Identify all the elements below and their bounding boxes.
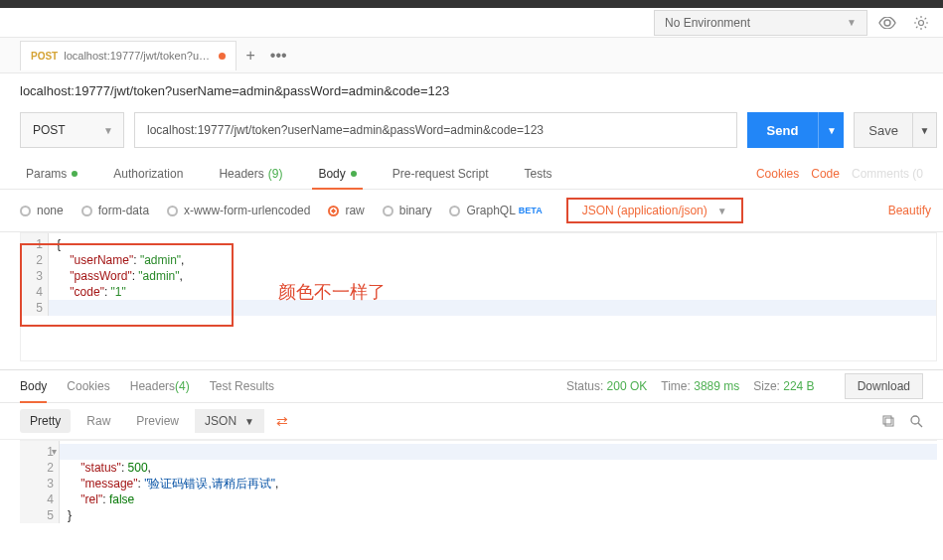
method-select[interactable]: POST ▼ [20,112,124,148]
body-type-row: none form-data x-www-form-urlencoded raw… [0,190,943,232]
wrap-lines-button[interactable]: ⇄ [270,413,294,429]
content-type-select[interactable]: JSON (application/json)▼ [566,198,743,223]
resp-tab-cookies[interactable]: Cookies [67,370,109,402]
tab-body[interactable]: Body [312,158,362,189]
bodytype-formdata[interactable]: form-data [81,204,149,217]
view-raw[interactable]: Raw [77,409,120,433]
environment-select[interactable]: No Environment ▼ [654,10,867,36]
svg-line-4 [918,423,922,427]
tab-tests[interactable]: Tests [518,158,557,189]
indicator-dot-icon [72,171,78,177]
size-value: 224 B [783,379,814,393]
tab-headers[interactable]: Headers(9) [213,158,288,189]
svg-point-3 [911,416,919,424]
tab-more-button[interactable]: ••• [264,42,292,70]
bodytype-none[interactable]: none [20,204,64,217]
new-tab-button[interactable]: + [236,42,264,70]
tab-prerequest[interactable]: Pre-request Script [387,158,495,189]
bodytype-xwww[interactable]: x-www-form-urlencoded [167,204,310,217]
response-body-viewer[interactable]: 12345 ▾ { "status": 500, "message": "验证码… [20,440,937,523]
request-subtabs: Params Authorization Headers(9) Body Pre… [0,158,943,190]
svg-rect-2 [885,418,893,426]
annotation-text: 颜色不一样了 [278,280,386,304]
request-name: localhost:19777/jwt/token?userName=admin… [0,73,943,102]
format-select[interactable]: JSON▼ [195,409,264,433]
svg-rect-1 [883,416,891,424]
url-input[interactable] [134,112,737,148]
editor-gutter: 12345 [21,233,49,316]
chevron-down-icon: ▼ [717,206,727,216]
response-tabs: Body Cookies Headers (4) Test Results St… [0,369,943,403]
code-link[interactable]: Code [811,167,840,181]
cookies-link[interactable]: Cookies [756,167,799,181]
environment-view-button[interactable] [873,10,901,36]
response-view-options: Pretty Raw Preview JSON▼ ⇄ [0,403,943,440]
settings-button[interactable] [907,10,935,36]
resp-tab-tests[interactable]: Test Results [210,370,274,402]
download-button[interactable]: Download [845,373,923,399]
comments-link[interactable]: Comments (0 [852,167,923,181]
request-tab[interactable]: POST localhost:19777/jwt/token?use... [20,41,236,70]
bodytype-binary[interactable]: binary [383,204,432,217]
search-response-button[interactable] [909,414,923,428]
beautify-button[interactable]: Beautify [888,204,931,217]
resp-tab-body[interactable]: Body [20,370,47,402]
save-dropdown[interactable]: ▼ [912,113,936,147]
svg-point-0 [919,20,924,25]
time-value: 3889 ms [694,379,739,393]
copy-response-button[interactable] [881,414,895,428]
view-preview[interactable]: Preview [126,409,189,433]
chevron-down-icon: ▼ [103,125,113,136]
tab-params[interactable]: Params [20,158,83,189]
tab-method: POST [31,51,58,62]
save-label: Save [855,123,912,138]
unsaved-dot-icon [219,53,226,60]
resp-tab-headers[interactable]: Headers (4) [130,370,190,402]
chevron-down-icon: ▼ [847,17,857,28]
send-label: Send [747,123,819,138]
indicator-dot-icon [351,171,357,177]
chevron-down-icon: ▼ [244,416,254,427]
method-value: POST [33,123,66,137]
bodytype-graphql[interactable]: GraphQLBETA [449,204,542,217]
send-button[interactable]: Send ▼ [747,112,845,148]
environment-label: No Environment [665,16,750,30]
request-body-editor[interactable]: 12345 { "userName": "admin", "passWord":… [20,232,937,361]
save-button[interactable]: Save ▼ [854,112,937,148]
fold-icon[interactable]: ▾ [48,444,60,460]
status-value: 200 OK [607,379,648,393]
bodytype-raw[interactable]: raw [328,204,364,217]
tab-title: localhost:19777/jwt/token?use... [64,50,213,62]
send-dropdown[interactable]: ▼ [818,112,844,148]
view-pretty[interactable]: Pretty [20,409,71,433]
tab-authorization[interactable]: Authorization [107,158,189,189]
